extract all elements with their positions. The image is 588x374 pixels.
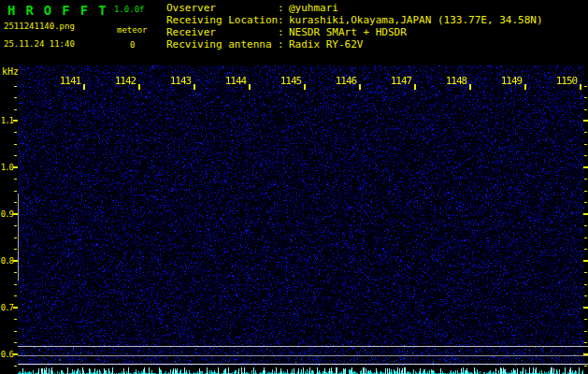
freq-major-tick-left [13, 166, 18, 168]
freq-minor-tick-left [14, 191, 17, 192]
time-tick-mark [414, 84, 416, 90]
freq-minor-tick-left [14, 86, 17, 87]
freq-minor-tick-right [584, 202, 587, 203]
time-tick-mark [580, 84, 581, 90]
freq-minor-tick-right [584, 249, 587, 250]
freq-minor-tick-right [584, 295, 587, 296]
freq-tick-label: 1.0 [0, 163, 13, 172]
carrier-line-stub [584, 364, 588, 365]
info-separator: : [278, 14, 289, 26]
freq-minor-tick-left [14, 366, 17, 367]
info-value: NESDR SMArt + HDSDR [289, 26, 407, 38]
freq-major-tick-left [13, 120, 18, 122]
observation-timestamp: 25.11.24 11:40 [4, 39, 75, 49]
freq-minor-tick-left [14, 272, 17, 273]
meteor-count-value: 0 [130, 40, 135, 50]
freq-minor-tick-left [14, 284, 17, 285]
freq-major-tick-right [583, 307, 588, 309]
freq-minor-tick-right [584, 179, 587, 180]
freq-major-tick-right [583, 166, 588, 168]
freq-minor-tick-right [584, 86, 587, 87]
meteor-count-label: meteor [117, 25, 148, 35]
station-info-block: Ovserver:@yuhmari Receiving Location:kur… [166, 2, 543, 50]
freq-major-tick-left [13, 353, 18, 355]
signal-level-strip [18, 367, 584, 374]
frequency-axis-unit: kHz [2, 66, 19, 77]
time-tick-mark [304, 84, 306, 90]
freq-minor-tick-left [14, 97, 17, 98]
info-label: Recviving antenna [166, 38, 278, 50]
info-value: @yuhmari [289, 2, 338, 14]
info-label: Receiving Location [166, 14, 278, 26]
freq-major-tick-right [583, 120, 588, 122]
freq-minor-tick-right [584, 272, 587, 273]
freq-minor-tick-left [14, 237, 17, 238]
freq-minor-tick-right [584, 97, 587, 98]
freq-minor-tick-right [584, 191, 587, 192]
freq-tick-label: 0.8 [0, 256, 13, 266]
freq-minor-tick-right [584, 331, 587, 332]
carrier-line-stub [584, 355, 588, 356]
freq-tick-label: 1.1 [0, 116, 13, 125]
freq-minor-tick-right [584, 109, 587, 110]
freq-minor-tick-right [584, 319, 587, 320]
freq-minor-tick-left [14, 202, 17, 203]
freq-minor-tick-right [584, 342, 587, 343]
info-label: Receiver [166, 26, 278, 38]
time-tick-mark [138, 84, 140, 90]
time-tick-mark [469, 84, 471, 90]
info-row-receiver: Receiver:NESDR SMArt + HDSDR [166, 26, 543, 38]
time-tick-mark [249, 84, 251, 90]
freq-tick-label: 0.7 [0, 303, 13, 312]
freq-major-tick-left [13, 307, 18, 309]
app-title: HROFFT [7, 3, 117, 18]
spectrogram-canvas [18, 65, 584, 366]
hrofft-window: HROFFT 1.0.0f 2511241140.png meteor 25.1… [0, 0, 588, 374]
freq-minor-tick-left [14, 295, 17, 296]
freq-minor-tick-left [14, 109, 17, 110]
freq-minor-tick-left [14, 144, 17, 145]
freq-tick-label: 0.9 [0, 209, 13, 219]
time-tick-mark [83, 84, 85, 90]
info-value: kurashiki,Okayama,JAPAN (133.77E, 34.58N… [289, 14, 543, 26]
freq-major-tick-right [583, 213, 588, 215]
info-row-antenna: Recviving antenna:Radix RY-62V [166, 38, 543, 50]
info-separator: : [278, 38, 289, 50]
time-tick-mark [194, 84, 195, 90]
freq-minor-tick-right [584, 237, 587, 238]
freq-minor-tick-left [14, 249, 17, 250]
info-row-location: Receiving Location:kurashiki,Okayama,JAP… [166, 14, 543, 26]
freq-minor-tick-left [14, 179, 17, 180]
info-separator: : [278, 2, 289, 14]
freq-minor-tick-left [14, 319, 17, 320]
freq-minor-tick-left [14, 132, 17, 133]
time-tick-mark [524, 84, 526, 90]
freq-minor-tick-left [14, 225, 17, 226]
freq-minor-tick-right [584, 225, 587, 226]
freq-major-tick-left [13, 213, 18, 215]
info-label: Ovserver [166, 2, 278, 14]
freq-minor-tick-left [14, 342, 17, 343]
carrier-line-stub [584, 346, 588, 347]
app-version: 1.0.0f [114, 5, 145, 14]
freq-minor-tick-right [584, 284, 587, 285]
freq-minor-tick-left [14, 331, 17, 332]
output-filename: 2511241140.png [4, 22, 75, 31]
freq-minor-tick-right [584, 155, 587, 156]
freq-minor-tick-right [584, 144, 587, 145]
freq-minor-tick-right [584, 132, 587, 133]
freq-minor-tick-left [14, 155, 17, 156]
freq-major-tick-left [13, 260, 18, 262]
freq-major-tick-right [583, 260, 588, 262]
freq-minor-tick-right [584, 366, 587, 367]
info-row-observer: Ovserver:@yuhmari [166, 2, 543, 14]
info-separator: : [278, 26, 289, 38]
info-value: Radix RY-62V [289, 38, 363, 50]
time-tick-mark [359, 84, 361, 90]
freq-tick-label: 0.6 [0, 350, 13, 359]
